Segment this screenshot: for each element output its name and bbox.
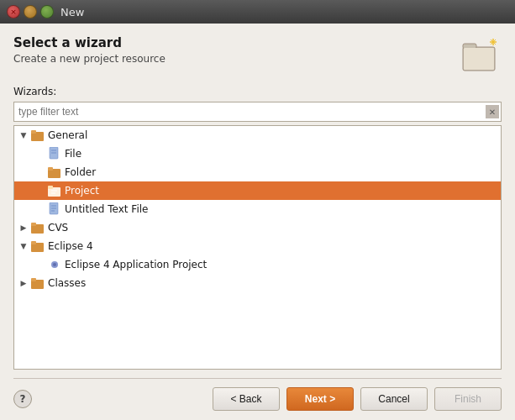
tree-item-label: Untitled Text File xyxy=(65,203,148,215)
tree-item-folder[interactable]: Folder xyxy=(14,163,501,181)
expand-arrow-icon: ▼ xyxy=(18,129,29,141)
window-title: New xyxy=(60,6,84,18)
tree-item-label: Eclipse 4 xyxy=(48,240,93,252)
folder-icon xyxy=(31,239,45,253)
svg-rect-29 xyxy=(31,278,36,281)
cancel-button[interactable]: Cancel xyxy=(360,387,428,411)
expand-arrow-icon: ▶ xyxy=(18,277,29,289)
dialog-content: Select a wizard Create a new project res… xyxy=(0,24,515,420)
tree-item-general[interactable]: ▼General xyxy=(14,126,501,144)
svg-rect-25 xyxy=(31,241,36,244)
tree-item-label: CVS xyxy=(48,222,68,234)
svg-rect-13 xyxy=(48,167,53,171)
tree-item-file[interactable]: File xyxy=(14,144,501,163)
help-button[interactable]: ? xyxy=(13,390,32,408)
tree-item-project[interactable]: Project xyxy=(14,181,501,200)
tree-item-eclipse4[interactable]: ▼Eclipse 4 xyxy=(14,237,501,255)
folder-icon xyxy=(31,276,45,290)
header-text: Select a wizard Create a new project res… xyxy=(13,35,166,65)
bottom-bar: ? < Back Next > Cancel Finish xyxy=(13,378,502,412)
titlebar: × New xyxy=(0,0,515,24)
dialog-header: Select a wizard Create a new project res… xyxy=(13,35,502,76)
svg-rect-2 xyxy=(464,48,494,70)
tree-item-eclipse4app[interactable]: Eclipse 4 Application Project xyxy=(14,255,501,274)
folder-icon xyxy=(31,221,45,234)
window-controls: × xyxy=(7,5,54,18)
finish-button[interactable]: Finish xyxy=(434,387,502,411)
no-arrow xyxy=(34,166,46,178)
file-icon xyxy=(48,147,61,160)
tree-item-label: Project xyxy=(65,185,99,197)
text-icon xyxy=(48,202,61,216)
tree-item-untitled[interactable]: Untitled Text File xyxy=(14,200,501,218)
tree-item-label: Folder xyxy=(65,166,96,178)
filter-clear-button[interactable]: ✕ xyxy=(486,105,499,118)
tree-item-label: Classes xyxy=(48,277,86,289)
dialog-subtitle: Create a new project resource xyxy=(13,53,166,65)
tree-item-label: Eclipse 4 Application Project xyxy=(65,259,207,270)
next-button[interactable]: Next > xyxy=(286,387,354,411)
tree-item-label: General xyxy=(48,129,87,141)
no-arrow xyxy=(34,259,46,270)
svg-rect-15 xyxy=(48,186,53,189)
svg-point-27 xyxy=(53,263,56,266)
help-section: ? xyxy=(13,390,32,408)
project-icon xyxy=(48,184,61,197)
minimize-button[interactable] xyxy=(24,5,37,18)
tree-item-cvs[interactable]: ▶CVS xyxy=(14,218,501,237)
maximize-button[interactable] xyxy=(40,5,54,18)
gear-icon xyxy=(48,258,61,271)
folder-icon xyxy=(48,165,61,179)
no-arrow xyxy=(34,148,46,160)
no-arrow xyxy=(34,203,46,215)
filter-container: ✕ xyxy=(13,102,502,122)
close-button[interactable]: × xyxy=(7,5,20,18)
folder-icon xyxy=(31,129,45,142)
filter-input[interactable] xyxy=(13,102,502,122)
wizards-label: Wizards: xyxy=(13,86,502,97)
no-arrow xyxy=(34,185,46,197)
wizard-tree[interactable]: ▼GeneralFileFolderProjectUntitled Text F… xyxy=(13,125,502,370)
back-button[interactable]: < Back xyxy=(213,387,280,411)
dialog-title: Select a wizard xyxy=(13,35,166,50)
tree-item-label: File xyxy=(65,148,81,160)
action-buttons: < Back Next > Cancel Finish xyxy=(213,387,502,411)
tree-item-classes[interactable]: ▶Classes xyxy=(14,274,501,292)
expand-arrow-icon: ▶ xyxy=(18,222,29,234)
expand-arrow-icon: ▼ xyxy=(18,240,29,252)
wizard-icon xyxy=(461,35,502,76)
svg-rect-8 xyxy=(31,130,36,134)
svg-rect-23 xyxy=(31,223,36,226)
